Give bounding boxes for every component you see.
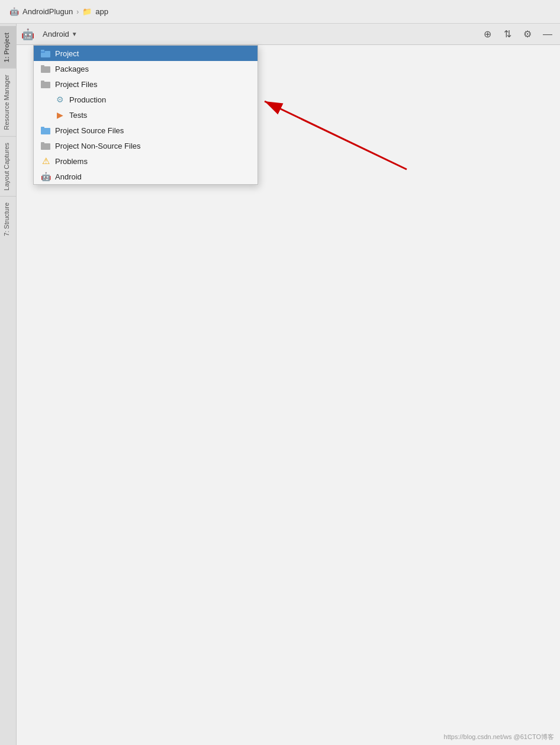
svg-rect-10 bbox=[41, 142, 44, 144]
menu-label-project-source-files: Project Source Files bbox=[55, 126, 124, 135]
warning-triangle-icon: ⚠ bbox=[41, 156, 50, 166]
project-tab-label: 1: Project bbox=[3, 33, 10, 62]
dropdown-arrow-icon: ▼ bbox=[72, 31, 78, 37]
panel-header: 🤖 Android ▼ ⊕ ⇅ ⚙ — bbox=[17, 24, 560, 45]
menu-item-project-source-files[interactable]: Project Source Files bbox=[34, 123, 258, 138]
settings-button[interactable]: ⚙ bbox=[520, 27, 535, 42]
android-robot-icon-menu: 🤖 bbox=[41, 172, 50, 181]
main-layout: 1: Project Resource Manager Layout Captu… bbox=[0, 24, 560, 745]
title-bar: 🤖 AndroidPlugun › 📁 app bbox=[0, 0, 560, 24]
menu-item-problems[interactable]: ⚠ Problems bbox=[34, 153, 258, 169]
svg-rect-5 bbox=[41, 82, 50, 88]
menu-label-problems: Problems bbox=[55, 157, 88, 166]
menu-label-packages: Packages bbox=[55, 65, 89, 73]
app-name: app bbox=[95, 7, 108, 16]
svg-rect-6 bbox=[41, 81, 44, 82]
sidebar-item-resource-manager[interactable]: Resource Manager bbox=[0, 68, 16, 136]
folder-gray-icon-packages bbox=[41, 64, 50, 73]
menu-item-project-non-source-files[interactable]: Project Non-Source Files bbox=[34, 138, 258, 153]
menu-item-project[interactable]: Project bbox=[34, 46, 258, 61]
menu-item-project-files[interactable]: Project Files bbox=[34, 76, 258, 92]
project-icon: 🤖 bbox=[9, 7, 19, 16]
svg-rect-8 bbox=[41, 127, 44, 129]
breadcrumb-separator: › bbox=[76, 8, 79, 16]
menu-label-android: Android bbox=[55, 172, 82, 181]
app-icon: 📁 bbox=[82, 7, 92, 16]
android-robot-icon: 🤖 bbox=[21, 28, 34, 41]
layout-captures-label: Layout Captures bbox=[3, 143, 10, 191]
menu-item-production[interactable]: ⚙ Production bbox=[34, 92, 258, 107]
svg-rect-3 bbox=[41, 66, 50, 73]
project-name: AndroidPlugun bbox=[22, 7, 73, 16]
menu-label-project: Project bbox=[55, 49, 79, 58]
structure-label: 7: Structure bbox=[3, 203, 10, 236]
view-selector-dropdown[interactable]: Android ▼ bbox=[39, 28, 81, 40]
menu-item-android[interactable]: 🤖 Android bbox=[34, 169, 258, 184]
breadcrumb: 🤖 AndroidPlugun › 📁 app bbox=[9, 7, 108, 16]
watermark: https://blog.csdn.net/ws @61CTO博客 bbox=[444, 733, 554, 741]
menu-label-tests: Tests bbox=[69, 111, 87, 120]
menu-label-project-non-source-files: Project Non-Source Files bbox=[55, 142, 141, 150]
folder-gray-icon-nonsource bbox=[41, 141, 50, 150]
menu-label-production: Production bbox=[69, 95, 106, 104]
hide-button[interactable]: — bbox=[540, 27, 555, 42]
svg-rect-4 bbox=[41, 65, 44, 67]
folder-blue-icon bbox=[41, 49, 50, 58]
svg-rect-7 bbox=[41, 128, 50, 134]
view-dropdown-menu: Project Packages bbox=[33, 45, 258, 185]
content-area: 🤖 Android ▼ ⊕ ⇅ ⚙ — bbox=[17, 24, 560, 745]
menu-label-project-files: Project Files bbox=[55, 80, 98, 89]
svg-rect-9 bbox=[41, 143, 50, 150]
folder-blue-icon-source bbox=[41, 126, 50, 135]
svg-rect-2 bbox=[41, 50, 44, 52]
menu-item-tests[interactable]: ▶ Tests bbox=[34, 107, 258, 123]
sidebar-item-project[interactable]: 1: Project bbox=[0, 26, 16, 68]
add-button[interactable]: ⊕ bbox=[479, 27, 495, 42]
resource-manager-label: Resource Manager bbox=[3, 75, 10, 130]
left-sidebar: 1: Project Resource Manager Layout Captu… bbox=[0, 24, 17, 745]
sidebar-item-structure[interactable]: 7: Structure bbox=[0, 196, 16, 242]
view-selector-label: Android bbox=[43, 30, 69, 38]
collapse-button[interactable]: ⇅ bbox=[500, 27, 515, 42]
menu-item-packages[interactable]: Packages bbox=[34, 61, 258, 76]
gear-settings-icon: ⚙ bbox=[55, 95, 65, 104]
folder-gray-icon-projectfiles bbox=[41, 79, 50, 89]
tests-play-icon: ▶ bbox=[55, 110, 65, 120]
sidebar-item-layout-captures[interactable]: Layout Captures bbox=[0, 136, 16, 197]
